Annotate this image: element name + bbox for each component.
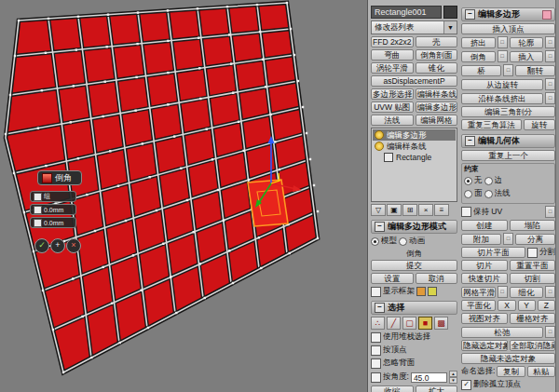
remove-modifier-button[interactable]: × — [418, 204, 433, 216]
relax-button[interactable]: 松弛 — [461, 327, 543, 338]
cut-button[interactable]: 切割 — [510, 273, 556, 284]
copy-button[interactable]: 复制 — [497, 366, 525, 377]
tessellate-settings-button[interactable]: □ — [545, 286, 555, 298]
by-angle-checkbox[interactable] — [371, 372, 381, 383]
paste-button[interactable]: 粘贴 — [527, 366, 555, 377]
configure-modifier-sets-button[interactable]: ≡ — [434, 204, 449, 216]
object-color-swatch[interactable] — [443, 6, 457, 19]
collapse-button[interactable]: 塌陷 — [510, 220, 556, 231]
edit-triangulation-button[interactable]: 编辑三角剖分 — [461, 106, 555, 117]
bevel-button[interactable]: 倒角 — [461, 51, 496, 62]
caddy-bevel-button[interactable]: 倒角 — [37, 170, 82, 185]
shrink-button[interactable]: 收缩 — [371, 385, 414, 392]
stack-item-edit-poly[interactable]: 编辑多边形 — [373, 129, 456, 141]
delete-isolated-vertices-checkbox[interactable]: ✓ — [461, 380, 471, 390]
make-unique-button[interactable]: ⊞ — [402, 204, 417, 216]
modifier-preset-edit-poly[interactable]: 编辑多边形 — [416, 101, 458, 113]
make-planar-button[interactable]: 平面化 — [461, 300, 496, 311]
bridge-settings-button[interactable]: □ — [503, 64, 513, 76]
turn-button[interactable]: 旋转 — [524, 119, 555, 130]
subobject-edge-button[interactable]: ╱ — [387, 317, 401, 330]
commit-button[interactable]: 提交 — [371, 260, 457, 271]
modifier-onoff-icon[interactable] — [375, 130, 384, 140]
modifier-preset-bevel-profile[interactable]: 倒角剖面 — [416, 49, 458, 61]
show-cage-checkbox[interactable] — [371, 287, 381, 297]
planar-z-button[interactable]: Z — [538, 300, 555, 311]
split-checkbox[interactable] — [527, 248, 538, 258]
constraint-face-radio[interactable] — [464, 190, 472, 198]
insert-vertex-button[interactable]: 插入顶点 — [461, 23, 555, 34]
caddy-bevel-type[interactable]: 组 — [30, 191, 76, 202]
by-vertex-checkbox[interactable] — [371, 345, 381, 356]
subobject-element-button[interactable]: ▩ — [434, 317, 448, 330]
slice-plane-button[interactable]: 切片平面 — [461, 247, 525, 258]
outline-button[interactable]: 轮廓 — [510, 37, 544, 48]
rollout-edit-polygons[interactable]: − 编辑多边形 — [461, 7, 555, 21]
modifier-preset-bend[interactable]: 弯曲 — [371, 49, 414, 61]
modifier-preset-displacement[interactable]: asDisplacementP — [371, 75, 457, 87]
modifier-preset-uvw-map[interactable]: UVW 贴图 — [371, 101, 414, 113]
detach-button[interactable]: 分离 — [515, 234, 555, 245]
modifier-preset-turbosmooth[interactable]: 涡轮平滑 — [371, 62, 414, 74]
use-stack-selection-checkbox[interactable] — [371, 332, 381, 343]
ignore-backfacing-checkbox[interactable] — [371, 358, 381, 369]
cage-color-swatch[interactable] — [416, 287, 426, 296]
reset-plane-button[interactable]: 重置平面 — [510, 260, 556, 271]
panel-scrollbar[interactable] — [555, 0, 559, 392]
caddy-height-value[interactable]: 0.0mm — [44, 207, 63, 213]
modifier-onoff-icon[interactable] — [375, 142, 384, 151]
slice-button[interactable]: 切片 — [461, 260, 508, 271]
rollout-edit-poly-mode[interactable]: − 编辑多边形模式 — [371, 220, 457, 234]
modifier-preset-ffd[interactable]: FFD 2x2x2 — [371, 36, 414, 47]
cage-selected-color-swatch[interactable] — [428, 287, 437, 296]
tessellate-button[interactable]: 细化 — [510, 287, 544, 298]
modifier-list-dropdown[interactable]: 修改器列表 ▼ — [371, 20, 457, 34]
extrude-settings-button[interactable]: □ — [498, 36, 508, 48]
stack-item-edit-spline[interactable]: 编辑样条线 — [373, 141, 456, 152]
angle-value-field[interactable]: 45.0 — [411, 372, 447, 383]
modifier-preset-normal[interactable]: 法线 — [371, 115, 414, 126]
planar-y-button[interactable]: Y — [518, 300, 536, 311]
modifier-preset-taper[interactable]: 锥化 — [416, 62, 458, 74]
modifier-preset-shell[interactable]: 壳 — [416, 36, 458, 47]
relax-settings-button[interactable]: □ — [545, 326, 555, 338]
msmooth-button[interactable]: 网格平滑 — [461, 287, 496, 298]
viewport[interactable]: 倒角 组 0.0mm 0.0mm ✓ + × — [0, 0, 367, 392]
outline-settings-button[interactable]: □ — [545, 36, 555, 48]
retriangulate-button[interactable]: 重复三角算法 — [461, 119, 522, 130]
inset-settings-button[interactable]: □ — [545, 50, 555, 62]
attach-button[interactable]: 附加 — [461, 234, 501, 245]
caddy-outline-value[interactable]: 0.0mm — [44, 220, 63, 226]
caddy-height-spinner[interactable]: 0.0mm — [30, 204, 76, 215]
modifier-preset-edit-mesh[interactable]: 编辑网格 — [416, 115, 458, 126]
hide-selected-button[interactable]: 隐藏选定对象 — [461, 340, 508, 351]
settings-button[interactable]: 设置 — [371, 273, 414, 284]
extrude-along-spline-button[interactable]: 沿样条线挤出 — [461, 93, 543, 104]
repeat-last-button[interactable]: 重复上一个 — [461, 150, 555, 161]
animate-radio[interactable] — [399, 237, 407, 246]
hinge-settings-button[interactable]: □ — [545, 78, 555, 90]
extrude-button[interactable]: 挤出 — [461, 37, 496, 48]
modifier-preset-poly-select[interactable]: 多边形选择 — [371, 88, 414, 100]
bridge-button[interactable]: 桥 — [461, 65, 501, 76]
caddy-apply-button[interactable]: + — [50, 238, 65, 253]
modifier-stack[interactable]: 编辑多边形 编辑样条线 Rectangle — [371, 128, 457, 202]
inset-button[interactable]: 插入 — [510, 51, 544, 62]
view-align-button[interactable]: 视图对齐 — [461, 313, 508, 324]
rollout-edit-geometry[interactable]: − 编辑几何体 — [461, 134, 555, 148]
angle-spinner[interactable]: ▲▼ — [449, 371, 457, 384]
selected-polygon[interactable] — [248, 180, 288, 226]
hide-unselected-button[interactable]: 隐藏未选定对象 — [461, 353, 555, 364]
show-end-result-button[interactable]: ▣ — [387, 204, 402, 216]
object-name-field[interactable]: Rectangle001 — [371, 6, 442, 19]
caddy-ok-button[interactable]: ✓ — [34, 238, 49, 253]
quickslice-button[interactable]: 快速切片 — [461, 273, 508, 284]
msmooth-settings-button[interactable]: □ — [498, 286, 508, 298]
hinge-from-edge-button[interactable]: 从边旋转 — [461, 79, 543, 90]
extrude-spline-settings-button[interactable]: □ — [545, 92, 555, 104]
rollout-selection[interactable]: − 选择 — [371, 301, 457, 315]
bevel-settings-button[interactable]: □ — [498, 50, 508, 62]
planar-x-button[interactable]: X — [498, 300, 515, 311]
stack-item-base-object[interactable]: Rectangle — [373, 152, 456, 163]
grow-button[interactable]: 扩大 — [416, 385, 458, 392]
